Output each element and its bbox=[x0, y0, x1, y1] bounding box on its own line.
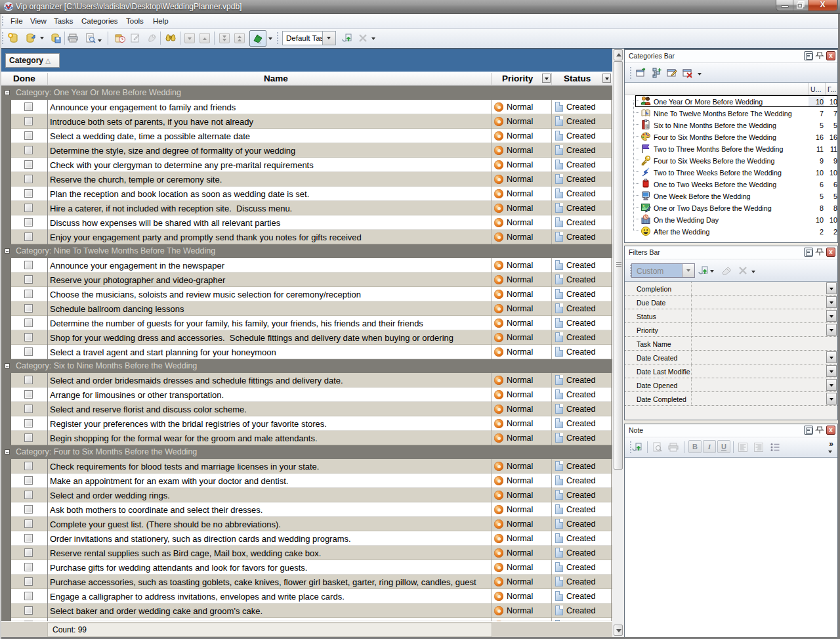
svg-text:5: 5 bbox=[646, 125, 648, 129]
